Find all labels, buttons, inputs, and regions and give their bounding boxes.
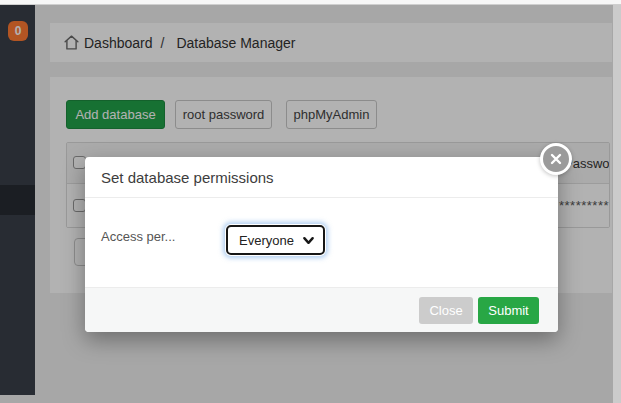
set-permissions-modal: Set database permissions Access per... E… (85, 157, 558, 332)
access-permission-label: Access per... (101, 229, 175, 244)
browser-edge-strip (0, 0, 621, 5)
access-permission-select[interactable]: Everyone (226, 225, 325, 255)
close-button[interactable]: Close (419, 297, 473, 324)
modal-close-button[interactable] (540, 143, 572, 175)
close-icon (549, 152, 563, 166)
chevron-down-icon (302, 234, 315, 247)
modal-footer: Close Submit (85, 287, 558, 332)
modal-title: Set database permissions (85, 157, 558, 198)
select-value: Everyone (239, 233, 302, 248)
submit-button[interactable]: Submit (478, 297, 539, 324)
scrollbar[interactable] (613, 5, 621, 403)
screen: 0 Dashboard / Database Manager Add datab… (0, 0, 621, 403)
modal-body: Access per... Everyone (85, 198, 558, 287)
